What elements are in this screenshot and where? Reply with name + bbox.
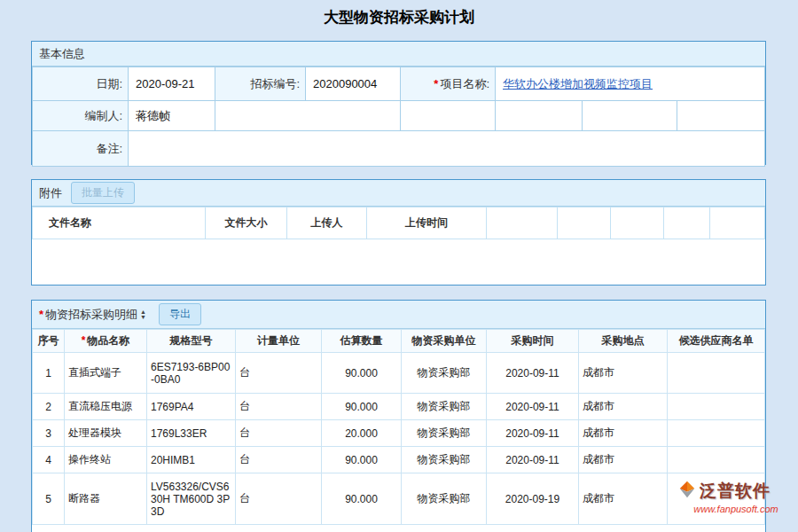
cell-seq: 4 <box>33 447 65 473</box>
cell-purchase-dept: 物资采购部 <box>402 473 487 525</box>
cell-suppliers <box>668 394 765 420</box>
empty-cell <box>401 101 496 131</box>
cell-spec: 20HIMB1 <box>147 447 236 473</box>
cell-purchase-dept: 物资采购部 <box>402 353 487 394</box>
required-mark: * <box>39 308 43 321</box>
empty-header-cell <box>487 207 558 239</box>
details-title: 物资招标采购明细 <box>45 307 137 323</box>
empty-header-cell <box>710 207 765 239</box>
cell-purchase-time: 2020-09-11 <box>487 353 579 394</box>
attachments-table: 文件名称 文件大小 上传人 上传时间 <box>32 207 765 239</box>
basic-info-title: 基本信息 <box>39 46 85 62</box>
empty-header-cell <box>558 207 611 239</box>
sort-down-icon: ▼ <box>140 315 146 320</box>
col-file-size: 文件大小 <box>206 207 287 239</box>
cell-purchase-dept: 物资采购部 <box>402 447 487 473</box>
cell-seq: 5 <box>33 473 65 525</box>
brand-name: 泛普软件 <box>700 480 771 503</box>
export-button[interactable]: 导出 <box>159 303 201 325</box>
required-mark: * <box>434 77 438 90</box>
col-seq: 序号 <box>33 330 65 353</box>
cell-purchase-dept: 物资采购部 <box>402 420 487 447</box>
project-name-label-text: 项目名称: <box>440 77 489 90</box>
cell-purchase-time: 2020-09-19 <box>487 473 579 525</box>
cell-item-name: 断路器 <box>65 473 147 525</box>
cell-purchase-time: 2020-09-11 <box>487 394 579 420</box>
empty-cell <box>677 101 765 131</box>
cell-unit: 台 <box>236 473 322 525</box>
table-header-row: 序号 *物品名称 规格型号 计量单位 估算数量 物资采购单位 采购时间 采购地点… <box>33 330 765 353</box>
cell-purchase-place: 成都市 <box>579 447 668 473</box>
empty-header-cell <box>664 207 710 239</box>
basic-info-table: 日期: 2020-09-21 招标编号: 2020090004 *项目名称: 华… <box>32 66 765 167</box>
table-row: 备注: <box>33 131 765 167</box>
cell-item-name: 直流稳压电源 <box>65 394 147 420</box>
col-upload-time: 上传时间 <box>367 207 487 239</box>
batch-upload-button[interactable]: 批量上传 <box>71 182 135 204</box>
table-row: 1 直插式端子 6ES7193-6BP00-0BA0 台 90.000 物资采购… <box>33 353 765 394</box>
cell-spec: LV563326/CVS630H TM600D 3P 3D <box>147 473 236 525</box>
col-purchase-dept: 物资采购单位 <box>402 330 487 353</box>
col-item-name: *物品名称 <box>65 330 147 353</box>
col-uploader: 上传人 <box>287 207 367 239</box>
cell-item-name: 直插式端子 <box>65 353 147 394</box>
sort-control-icon[interactable]: ▲ ▼ <box>140 309 146 320</box>
table-row: 编制人: 蒋德帧 <box>33 101 765 131</box>
empty-header-cell <box>611 207 664 239</box>
remark-value <box>129 131 765 167</box>
col-file-name: 文件名称 <box>33 207 206 239</box>
cell-suppliers <box>668 420 765 447</box>
table-row: 2 直流稳压电源 1769PA4 台 90.000 物资采购部 2020-09-… <box>33 394 765 420</box>
empty-cell <box>583 101 677 131</box>
table-row: 5 断路器 LV563326/CVS630H TM600D 3P 3D 台 90… <box>33 473 765 525</box>
table-row: 3 处理器模块 1769L33ER 台 20.000 物资采购部 2020-09… <box>33 420 765 447</box>
cell-spec: 1769L33ER <box>147 420 236 447</box>
cell-purchase-place: 成都市 <box>579 394 668 420</box>
cell-item-name: 处理器模块 <box>65 420 147 447</box>
brand-url: www.fanpusoft.com <box>677 504 794 514</box>
table-row: 日期: 2020-09-21 招标编号: 2020090004 *项目名称: 华… <box>33 67 765 101</box>
cell-purchase-place: 成都市 <box>579 353 668 394</box>
col-unit: 计量单位 <box>236 330 322 353</box>
details-table: 序号 *物品名称 规格型号 计量单位 估算数量 物资采购单位 采购时间 采购地点… <box>32 329 765 525</box>
fanpu-logo-icon <box>677 480 697 503</box>
bid-no-value: 2020090004 <box>306 67 401 101</box>
cell-purchase-place: 成都市 <box>579 420 668 447</box>
project-link[interactable]: 华软办公楼增加视频监控项目 <box>503 77 653 90</box>
cell-spec: 6ES7193-6BP00-0BA0 <box>147 353 236 394</box>
page-title: 大型物资招标采购计划 <box>0 7 798 27</box>
col-purchase-time: 采购时间 <box>487 330 579 353</box>
creator-value: 蒋德帧 <box>129 101 215 131</box>
attachments-header: 附件 批量上传 <box>32 180 765 207</box>
col-suppliers: 候选供应商名单 <box>668 330 765 353</box>
table-header-row: 文件名称 文件大小 上传人 上传时间 <box>33 207 765 239</box>
cell-seq: 1 <box>33 353 65 394</box>
details-header: * 物资招标采购明细 ▲ ▼ 导出 <box>32 301 765 329</box>
required-mark: * <box>82 334 86 347</box>
table-row: 4 操作终站 20HIMB1 台 90.000 物资采购部 2020-09-11… <box>33 447 765 473</box>
project-name-label: *项目名称: <box>401 67 496 101</box>
cell-purchase-time: 2020-09-11 <box>487 420 579 447</box>
remark-label: 备注: <box>33 131 129 167</box>
basic-info-header: 基本信息 <box>32 42 765 66</box>
cell-item-name: 操作终站 <box>65 447 147 473</box>
project-name-cell: 华软办公楼增加视频监控项目 <box>496 67 765 101</box>
cell-qty: 90.000 <box>322 447 402 473</box>
bid-no-label: 招标编号: <box>215 67 306 101</box>
cell-purchase-time: 2020-09-11 <box>487 447 579 473</box>
cell-qty: 90.000 <box>322 394 402 420</box>
date-label: 日期: <box>33 67 129 101</box>
creator-label: 编制人: <box>33 101 129 131</box>
attachments-title: 附件 <box>39 185 62 201</box>
col-purchase-place: 采购地点 <box>579 330 668 353</box>
details-panel: * 物资招标采购明细 ▲ ▼ 导出 序号 *物品名称 规格型号 计量单位 估算数… <box>31 300 766 532</box>
cell-unit: 台 <box>236 447 322 473</box>
attachments-empty-area <box>32 239 765 284</box>
cell-unit: 台 <box>236 420 322 447</box>
attachments-panel: 附件 批量上传 文件名称 文件大小 上传人 上传时间 <box>31 179 766 286</box>
empty-cell <box>496 101 583 131</box>
cell-unit: 台 <box>236 353 322 394</box>
cell-seq: 2 <box>33 394 65 420</box>
basic-info-panel: 基本信息 日期: 2020-09-21 招标编号: 2020090004 *项目… <box>31 41 766 165</box>
empty-cell <box>215 101 401 131</box>
